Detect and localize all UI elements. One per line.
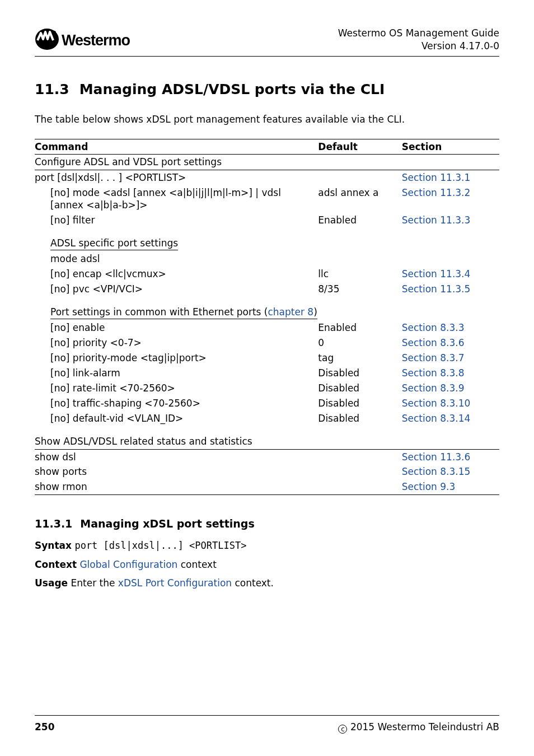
table-row: [no] rate-limit <70-2560> Disabled Secti… bbox=[35, 381, 499, 396]
cmd-cell: [no] encap <llc|vcmux> bbox=[35, 267, 318, 282]
header-meta: Westermo OS Management Guide Version 4.1… bbox=[338, 27, 499, 53]
usage-pre: Enter the bbox=[71, 577, 118, 589]
section-link[interactable]: Section 8.3.15 bbox=[402, 466, 471, 477]
usage-link[interactable]: xDSL Port Configuration bbox=[118, 577, 232, 589]
cmd-cell: [no] filter bbox=[35, 213, 318, 228]
section-intro: The table below shows xDSL port manageme… bbox=[35, 113, 499, 127]
svg-text:R: R bbox=[53, 31, 55, 35]
cmd-cell: [no] traffic-shaping <70-2560> bbox=[35, 396, 318, 411]
context-line: Context Global Configuration context bbox=[35, 558, 499, 572]
syntax-value: port [dsl|xdsl|...] <PORTLIST> bbox=[74, 540, 246, 551]
table-row: port [dsl|xdsl|. . . ] <PORTLIST> Sectio… bbox=[35, 170, 499, 185]
table-row: [no] default-vid <VLAN_ID> Disabled Sect… bbox=[35, 411, 499, 426]
def-cell: llc bbox=[318, 267, 401, 282]
def-cell bbox=[318, 449, 401, 464]
table-row: [no] priority-mode <tag|ip|port> tag Sec… bbox=[35, 351, 499, 366]
table-row: show dsl Section 11.3.6 bbox=[35, 449, 499, 464]
svg-text:Westermo: Westermo bbox=[62, 32, 130, 49]
group-subhead-row: Port settings in common with Ethernet po… bbox=[35, 297, 499, 320]
page-number: 250 bbox=[35, 721, 55, 734]
group-heading: Show ADSL/VDSL related status and statis… bbox=[35, 426, 499, 449]
page-header: R Westermo Westermo OS Management Guide … bbox=[35, 27, 499, 53]
page-footer: 250 c 2015 Westermo Teleindustri AB bbox=[35, 715, 499, 734]
section-link[interactable]: Section 8.3.6 bbox=[402, 337, 465, 348]
usage-label: Usage bbox=[35, 577, 68, 589]
section-link[interactable]: Section 11.3.4 bbox=[402, 268, 471, 279]
cmd-cell: [no] pvc <VPI/VCI> bbox=[35, 282, 318, 297]
header-rule bbox=[35, 56, 499, 57]
section-link[interactable]: Section 8.3.14 bbox=[402, 413, 471, 424]
def-cell bbox=[318, 251, 401, 267]
section-link[interactable]: Section 8.3.8 bbox=[402, 367, 465, 379]
section-link[interactable]: Section 11.3.5 bbox=[402, 283, 471, 295]
section-link[interactable]: Section 8.3.3 bbox=[402, 322, 465, 333]
cmd-cell: show dsl bbox=[35, 449, 318, 464]
group-heading: Configure ADSL and VDSL port settings bbox=[35, 154, 499, 170]
def-cell: Enabled bbox=[318, 320, 401, 335]
sec-cell bbox=[402, 251, 499, 267]
def-cell bbox=[318, 479, 401, 494]
subsection-title: Managing xDSL port settings bbox=[80, 517, 254, 530]
def-cell: Disabled bbox=[318, 366, 401, 381]
table-row: [no] pvc <VPI/VCI> 8/35 Section 11.3.5 bbox=[35, 282, 499, 297]
def-cell: Disabled bbox=[318, 411, 401, 426]
cmd-cell: port [dsl|xdsl|. . . ] <PORTLIST> bbox=[35, 170, 318, 185]
table-row: show ports Section 8.3.15 bbox=[35, 464, 499, 479]
copyright: c 2015 Westermo Teleindustri AB bbox=[338, 721, 499, 734]
section-heading: 11.3Managing ADSL/VDSL ports via the CLI bbox=[35, 81, 499, 97]
section-link[interactable]: Section 8.3.9 bbox=[402, 382, 465, 394]
cmd-cell: [no] link-alarm bbox=[35, 366, 318, 381]
cmd-cell: [no] enable bbox=[35, 320, 318, 335]
cmd-cell: [no] mode <adsl [annex <a|b|i|j|l|m|l-m>… bbox=[35, 185, 318, 213]
brand-logo: R Westermo bbox=[35, 27, 152, 52]
usage-post: context. bbox=[232, 577, 274, 589]
section-link[interactable]: Section 11.3.6 bbox=[402, 451, 471, 463]
syntax-line: Syntax port [dsl|xdsl|...] <PORTLIST> bbox=[35, 539, 499, 553]
table-row: [no] priority <0-7> 0 Section 8.3.6 bbox=[35, 335, 499, 351]
def-cell: Disabled bbox=[318, 381, 401, 396]
context-post: context bbox=[177, 559, 216, 570]
chapter-link[interactable]: chapter 8 bbox=[268, 306, 314, 318]
cmd-cell: show rmon bbox=[35, 479, 318, 494]
section-number: 11.3 bbox=[35, 81, 69, 97]
table-row: [no] mode <adsl [annex <a|b|i|j|l|m|l-m>… bbox=[35, 185, 499, 213]
footer-rule bbox=[35, 715, 499, 716]
table-row: mode adsl bbox=[35, 251, 499, 267]
section-link[interactable]: Section 8.3.7 bbox=[402, 352, 465, 363]
version-label: Version 4.17.0-0 bbox=[338, 40, 499, 53]
context-label: Context bbox=[35, 559, 77, 570]
guide-title: Westermo OS Management Guide bbox=[338, 27, 499, 40]
table-row: show rmon Section 9.3 bbox=[35, 479, 499, 494]
group-heading-row: Configure ADSL and VDSL port settings bbox=[35, 154, 499, 170]
syntax-label: Syntax bbox=[35, 540, 72, 551]
group-subhead-row: ADSL specific port settings bbox=[35, 228, 499, 251]
table-header-row: Command Default Section bbox=[35, 139, 499, 154]
section-title: Managing ADSL/VDSL ports via the CLI bbox=[79, 81, 385, 97]
table-row: [no] enable Enabled Section 8.3.3 bbox=[35, 320, 499, 335]
westermo-logo-icon: R Westermo bbox=[35, 28, 152, 50]
section-link[interactable]: Section 11.3.1 bbox=[402, 172, 471, 183]
section-link[interactable]: Section 8.3.10 bbox=[402, 398, 471, 409]
def-cell: adsl annex a bbox=[318, 185, 401, 213]
def-cell: 0 bbox=[318, 335, 401, 351]
commands-table: Command Default Section Configure ADSL a… bbox=[35, 139, 499, 496]
subsection-number: 11.3.1 bbox=[35, 517, 72, 530]
section-link[interactable]: Section 9.3 bbox=[402, 481, 456, 492]
cmd-cell: [no] priority-mode <tag|ip|port> bbox=[35, 351, 318, 366]
table-row: [no] filter Enabled Section 11.3.3 bbox=[35, 213, 499, 228]
cmd-cell: [no] default-vid <VLAN_ID> bbox=[35, 411, 318, 426]
def-cell: Enabled bbox=[318, 213, 401, 228]
table-row: [no] link-alarm Disabled Section 8.3.8 bbox=[35, 366, 499, 381]
table-row: [no] traffic-shaping <70-2560> Disabled … bbox=[35, 396, 499, 411]
col-command: Command bbox=[35, 139, 318, 154]
cmd-cell: mode adsl bbox=[35, 251, 318, 267]
section-link[interactable]: Section 11.3.3 bbox=[402, 214, 471, 226]
usage-line: Usage Enter the xDSL Port Configuration … bbox=[35, 576, 499, 591]
cmd-cell: [no] priority <0-7> bbox=[35, 335, 318, 351]
context-link[interactable]: Global Configuration bbox=[79, 559, 177, 570]
section-link[interactable]: Section 11.3.2 bbox=[402, 187, 471, 198]
table-row: [no] encap <llc|vcmux> llc Section 11.3.… bbox=[35, 267, 499, 282]
copyright-icon: c bbox=[338, 725, 347, 734]
col-section: Section bbox=[402, 139, 499, 154]
cmd-cell: [no] rate-limit <70-2560> bbox=[35, 381, 318, 396]
